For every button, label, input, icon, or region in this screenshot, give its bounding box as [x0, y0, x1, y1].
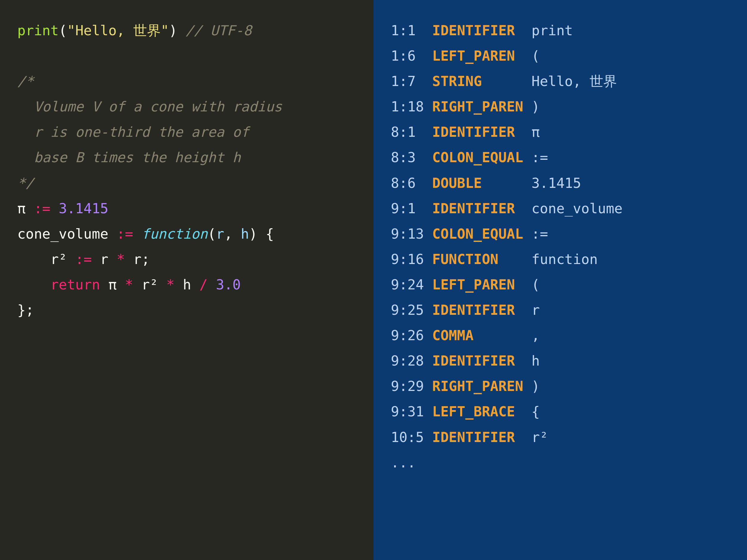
token-row: 9:29RIGHT_PAREN) — [391, 374, 730, 399]
token-row: 8:6DOUBLE3.1415 — [391, 170, 730, 196]
token-row: 9:31LEFT_BRACE{ — [391, 399, 730, 424]
token-type: COLON_EQUAL — [432, 221, 531, 247]
code-token: // UTF-8 — [185, 22, 252, 38]
token-position: 1:1 — [391, 18, 432, 43]
token-row: 8:3COLON_EQUAL:= — [391, 145, 730, 170]
code-token: 3.0 — [216, 276, 241, 293]
code-line: /* — [17, 69, 356, 94]
code-token: base — [17, 149, 75, 165]
token-type: IDENTIFIER — [432, 348, 531, 374]
token-position: 9:26 — [391, 323, 432, 348]
code-token: is one-third the area of — [42, 124, 249, 140]
token-position: 8:3 — [391, 145, 432, 170]
code-token — [51, 201, 59, 216]
token-type: IDENTIFIER — [432, 297, 531, 323]
token-row: 9:13COLON_EQUAL:= — [391, 221, 730, 247]
token-row: 1:6LEFT_PAREN( — [391, 43, 730, 69]
code-token: of a cone with radius — [100, 99, 282, 115]
token-row: 8:1IDENTIFIERπ — [391, 119, 730, 145]
token-row: 9:24LEFT_PAREN( — [391, 272, 730, 297]
token-position: 9:29 — [391, 374, 432, 399]
token-type: FUNCTION — [432, 247, 531, 272]
token-lexeme: 3.1415 — [532, 175, 581, 191]
token-row: 9:28IDENTIFIERh — [391, 348, 730, 374]
token-row: 1:7STRINGHello, 世界 — [391, 69, 730, 94]
token-position: 1:6 — [391, 43, 432, 69]
token-lexeme: ( — [532, 48, 540, 64]
code-token: r — [216, 226, 224, 242]
ellipsis: ... — [391, 450, 730, 476]
token-type: LEFT_PAREN — [432, 272, 531, 297]
token-type: IDENTIFIER — [432, 425, 531, 450]
code-token: /* — [17, 73, 34, 89]
token-lexeme: ) — [532, 378, 540, 394]
code-token: ) — [169, 22, 177, 38]
token-lexeme: print — [532, 22, 573, 38]
token-row: 10:5IDENTIFIERr² — [391, 425, 730, 450]
token-row: 1:1IDENTIFIERprint — [391, 18, 730, 43]
code-line: cone_volume := function(r, h) { — [17, 221, 356, 247]
token-row: 9:16FUNCTIONfunction — [391, 247, 730, 272]
code-token: π — [17, 201, 34, 216]
code-line: r² := r * r; — [17, 247, 356, 272]
code-line — [17, 43, 356, 69]
code-token: return — [51, 276, 100, 293]
token-lexeme: r² — [532, 429, 548, 445]
token-row: 9:1IDENTIFIERcone_volume — [391, 196, 730, 221]
token-lexeme: r — [532, 302, 540, 318]
token-lexeme: { — [532, 403, 540, 420]
token-row: 9:25IDENTIFIERr — [391, 297, 730, 323]
token-type: RIGHT_PAREN — [432, 374, 531, 399]
token-position: 9:28 — [391, 348, 432, 374]
token-stream-pane: 1:1IDENTIFIERprint1:6LEFT_PAREN(1:7STRIN… — [374, 0, 747, 560]
code-token: r² — [17, 251, 75, 267]
code-token: π — [100, 276, 125, 293]
code-token: Volume — [17, 99, 92, 115]
code-token: * — [117, 251, 125, 267]
code-line: base B times the height h — [17, 145, 356, 170]
code-token: h — [175, 276, 199, 293]
token-lexeme: := — [532, 149, 548, 165]
code-token: V — [92, 99, 100, 115]
code-line: π := 3.1415 — [17, 196, 356, 221]
code-token: ) { — [249, 226, 274, 242]
code-token: h — [232, 149, 241, 165]
token-lexeme: Hello, 世界 — [532, 73, 617, 89]
code-token: print — [17, 22, 58, 38]
code-token — [17, 124, 34, 140]
code-token: ( — [58, 22, 67, 38]
code-token — [17, 276, 51, 293]
token-type: IDENTIFIER — [432, 196, 531, 221]
code-token: / — [199, 276, 208, 293]
token-position: 10:5 — [391, 425, 432, 450]
code-token: */ — [17, 175, 34, 191]
token-position: 1:18 — [391, 94, 432, 119]
code-line: */ — [17, 170, 356, 196]
token-lexeme: := — [532, 226, 548, 242]
code-token: r² — [133, 276, 166, 293]
token-type: LEFT_PAREN — [432, 43, 531, 69]
token-position: 8:6 — [391, 170, 432, 196]
token-type: DOUBLE — [432, 170, 531, 196]
token-type: IDENTIFIER — [432, 119, 531, 145]
token-type: RIGHT_PAREN — [432, 94, 531, 119]
token-type: COMMA — [432, 323, 531, 348]
code-token: "Hello, 世界" — [67, 22, 169, 38]
code-token: times the height — [84, 149, 233, 165]
code-line: return π * r² * h / 3.0 — [17, 272, 356, 297]
code-token: }; — [17, 302, 34, 318]
token-row: 1:18RIGHT_PAREN) — [391, 94, 730, 119]
code-line: Volume V of a cone with radius — [17, 94, 356, 119]
code-token: , — [224, 226, 240, 242]
code-token: r — [125, 251, 141, 267]
token-type: LEFT_BRACE — [432, 399, 531, 424]
code-token: * — [125, 276, 133, 293]
token-position: 9:1 — [391, 196, 432, 221]
code-token: * — [166, 276, 175, 293]
code-token: function — [141, 226, 208, 242]
code-token: h — [241, 226, 249, 242]
code-token — [133, 226, 141, 242]
token-lexeme: π — [532, 124, 540, 140]
token-lexeme: ( — [532, 276, 540, 293]
code-token: cone_volume — [17, 226, 117, 242]
